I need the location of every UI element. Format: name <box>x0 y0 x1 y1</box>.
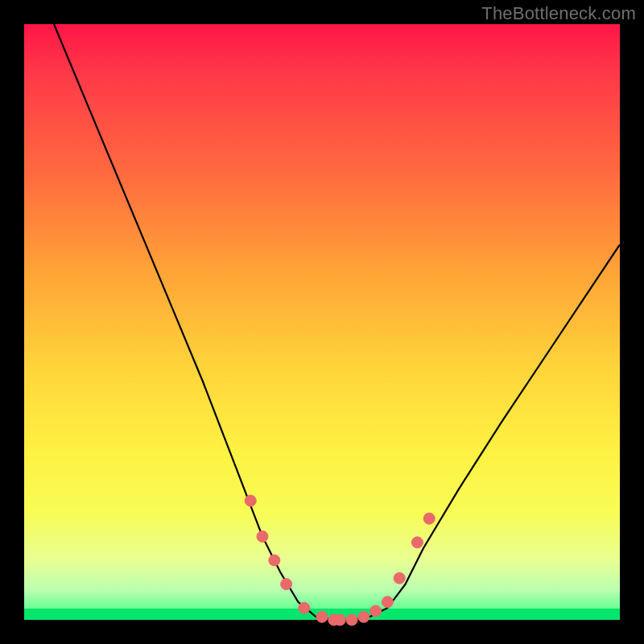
highlight-dot <box>394 572 405 584</box>
highlight-dot <box>245 495 256 506</box>
highlight-dot <box>346 614 357 625</box>
highlight-dot <box>281 579 292 590</box>
highlight-dot <box>423 513 435 524</box>
highlight-dot <box>334 614 345 625</box>
bottleneck-curve-line <box>54 24 620 620</box>
highlight-dot <box>299 602 310 613</box>
highlight-dot <box>382 597 393 608</box>
highlight-dot <box>358 611 369 622</box>
highlight-dot <box>370 605 382 617</box>
chart-plot-area <box>24 24 620 620</box>
bottleneck-chart <box>24 24 620 620</box>
attribution-text: TheBottleneck.com <box>481 3 636 24</box>
highlight-dot <box>316 611 328 622</box>
highlighted-points-group <box>245 495 435 625</box>
highlight-dot <box>411 537 423 548</box>
highlight-dot <box>257 530 268 542</box>
highlight-dot <box>269 555 280 566</box>
